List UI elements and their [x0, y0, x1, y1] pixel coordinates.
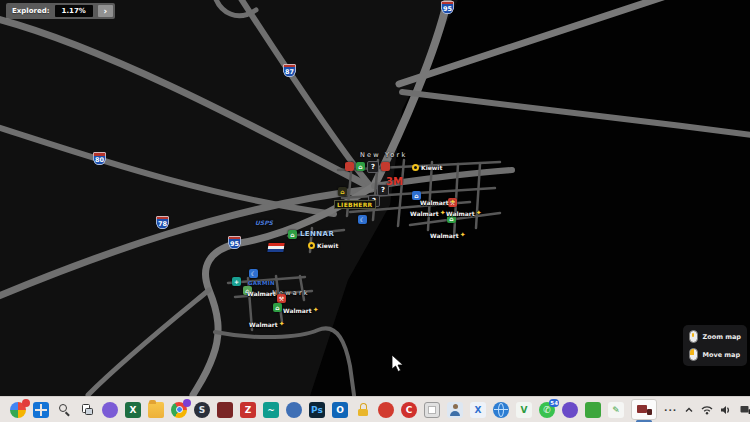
- truck-icon: [637, 405, 652, 415]
- explored-label: Explored:: [12, 7, 50, 15]
- chart-teal-icon[interactable]: ~: [263, 402, 279, 418]
- rest-stop-icon: ☾: [358, 215, 367, 224]
- wifi-icon[interactable]: [701, 405, 713, 415]
- logo-kiewit: Kiewit: [308, 242, 338, 249]
- city-label: New York: [360, 151, 407, 159]
- company-icon: [381, 162, 390, 171]
- explored-value: 1.17%: [55, 5, 93, 17]
- world-map[interactable]: 9587807895New YorkNewark???⌂⌂☾⌂⚒⌂⌂☾+⌂⚒⌂3…: [0, 0, 750, 396]
- app-purple-orb-icon[interactable]: [562, 402, 578, 418]
- notification-badge: [183, 399, 191, 407]
- logo-walmart: Walmart: [247, 290, 276, 297]
- chat-app-icon[interactable]: [102, 402, 118, 418]
- ccleaner-icon[interactable]: C: [401, 402, 417, 418]
- file-explorer-icon[interactable]: [148, 402, 164, 418]
- taskbar: XSZ~PsOCXV✆54✎ ···: [0, 396, 750, 422]
- excel-icon[interactable]: X: [125, 402, 141, 418]
- tray-chevron-icon[interactable]: [684, 406, 694, 414]
- logo-walmart: Walmart✦: [446, 209, 482, 217]
- lock-icon[interactable]: [355, 402, 371, 418]
- photoshop-icon[interactable]: Ps: [309, 402, 325, 418]
- explored-expand-button[interactable]: ›: [98, 5, 113, 17]
- desktop: 9587807895New YorkNewark???⌂⌂☾⌂⚒⌂⌂☾+⌂⚒⌂3…: [0, 0, 750, 422]
- widgets-icon[interactable]: [10, 402, 26, 418]
- company-icon: ⌂: [288, 230, 297, 239]
- sparkle-icon: ✦: [279, 320, 285, 328]
- interstate-87-shield: 87: [283, 64, 296, 77]
- notes-icon[interactable]: ✎: [608, 402, 624, 418]
- logo-walmart: Walmart✦: [410, 209, 446, 217]
- app-person-icon[interactable]: [447, 402, 463, 418]
- map-markers: 9587807895New YorkNewark???⌂⌂☾⌂⚒⌂⌂☾+⌂⚒⌂3…: [0, 0, 750, 396]
- zoom-map-hint: Zoom map: [689, 330, 742, 343]
- interstate-78-shield: 78: [156, 216, 169, 229]
- company-icon: [345, 162, 354, 171]
- mouse-cursor: [391, 354, 405, 373]
- logo-walmart: Walmart✦: [430, 231, 466, 239]
- globe-icon[interactable]: [493, 402, 509, 418]
- logo-walmart: Walmart✦: [249, 320, 285, 328]
- app-z-red-icon[interactable]: Z: [240, 402, 256, 418]
- logo-usps: USPS: [255, 219, 273, 226]
- chrome-icon[interactable]: [171, 402, 187, 418]
- explored-widget: Explored: 1.17% ›: [6, 3, 115, 19]
- notification-badge: 54: [549, 399, 559, 407]
- system-tray: 18:31 18/12/2023: [684, 401, 750, 419]
- taskbar-active-app-ats[interactable]: [631, 399, 657, 420]
- logo-garmin: GARMIN: [248, 280, 275, 286]
- mouse-scroll-icon: [689, 330, 698, 343]
- start-button[interactable]: [33, 402, 49, 418]
- logo-3m: 3M: [386, 176, 403, 187]
- company-icon: ⌂: [356, 162, 365, 171]
- steam-icon[interactable]: S: [194, 402, 210, 418]
- repair-icon: ⚒: [277, 294, 286, 303]
- logo-lennar: LENNAR: [300, 230, 334, 238]
- taskbar-overflow-button[interactable]: ···: [664, 405, 677, 415]
- task-view-icon[interactable]: [79, 402, 95, 418]
- volume-icon[interactable]: [720, 405, 732, 415]
- sparkle-icon: ✦: [440, 209, 446, 217]
- interstate-95-shield: 95: [441, 1, 454, 14]
- sparkle-icon: ✦: [476, 209, 482, 217]
- hint-label: Move map: [703, 351, 741, 359]
- company-icon: ⌂: [338, 187, 347, 196]
- outlook-icon[interactable]: O: [332, 402, 348, 418]
- search-icon[interactable]: [56, 402, 72, 418]
- interstate-80-shield: 80: [93, 152, 106, 165]
- app-darkred-icon[interactable]: [217, 402, 233, 418]
- sparkle-icon: ✦: [313, 306, 319, 314]
- hint-label: Zoom map: [703, 333, 742, 341]
- app-green-icon[interactable]: [585, 402, 601, 418]
- tray-truck-icon[interactable]: [739, 405, 750, 415]
- logo-kiewit: Kiewit: [412, 164, 442, 171]
- interstate-95-shield: 95: [228, 236, 241, 249]
- notification-badge: [22, 399, 30, 407]
- rest-stop-icon: ☾: [249, 269, 258, 278]
- sparkle-icon: ✦: [460, 231, 466, 239]
- logo-liebherr: LIEBHERR: [334, 200, 376, 209]
- logo-walmart: Walmart✦: [420, 198, 456, 206]
- mouse-left-icon: [689, 348, 698, 361]
- sparkle-icon: ✦: [450, 198, 456, 206]
- service-icon: +: [232, 277, 241, 286]
- map-controls-panel: Zoom mapMove map: [683, 325, 748, 366]
- app-v-icon[interactable]: V: [516, 402, 532, 418]
- app-window-icon[interactable]: [424, 402, 440, 418]
- undiscovered-company-icon: ?: [367, 161, 379, 173]
- logo-remax: [267, 243, 284, 252]
- logo-walmart: Walmart✦: [283, 306, 319, 314]
- sphere-blue-icon[interactable]: [286, 402, 302, 418]
- app-red-orb-icon[interactable]: [378, 402, 394, 418]
- move-map-hint: Move map: [689, 348, 742, 361]
- company-icon: ⌂: [273, 303, 282, 312]
- app-x-icon[interactable]: X: [470, 402, 486, 418]
- whatsapp-icon[interactable]: ✆54: [539, 402, 555, 418]
